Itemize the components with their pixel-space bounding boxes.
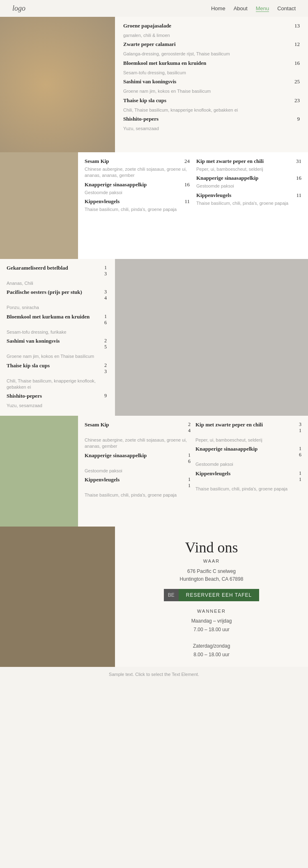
menu-item-name: Pacifische oesters (prijs per stuk) xyxy=(7,289,82,295)
nav-about[interactable]: About xyxy=(234,5,248,11)
section-3: Gekarameliseerd betelblad 1 3 Ananas, Ch… xyxy=(0,259,308,416)
menu-item-price: 1 6 xyxy=(299,446,301,458)
menu-item-name: Thaise kip sla cups xyxy=(7,362,50,369)
menu-item-price: 2 3 xyxy=(104,362,107,375)
find-us-block: Vind ons WAAR 676 Pacific C snelweg Hunt… xyxy=(115,527,308,667)
menu-item-row: Zwarte peper calamari 12 xyxy=(123,41,300,48)
menu-item-row: Gekarameliseerd betelblad 1 3 xyxy=(7,265,107,277)
menu-item-name: Zwarte peper calamari xyxy=(123,41,176,48)
menu-4: Sesam Kip 2 4 Chinese aubergine, zoete c… xyxy=(78,416,308,527)
menu-item-price: 16 xyxy=(296,175,301,181)
menu-item-desc: Thaise basilicum, chili, pinda's, groene… xyxy=(196,200,301,206)
menu-item-row: Kippenvleugels 11 xyxy=(85,198,190,205)
menu-list-section1: Groene papajasalade 13 garnalen, chili &… xyxy=(115,17,308,152)
menu-item-desc: Galanga-dressing, geroosterde rijst, Tha… xyxy=(123,51,300,57)
menu-item-row: Sesam Kip 2 4 xyxy=(85,421,191,434)
menu-item-desc: Chinese aubergine, zoete chili sojasaus,… xyxy=(85,437,191,450)
menu-item-price: 31 xyxy=(296,158,301,165)
menu-item-row: Kip met zwarte peper en chili 31 xyxy=(196,158,301,165)
menu-item-desc: Chili, Thaise basilicum, knapperige knof… xyxy=(7,378,107,391)
menu-item-row: Sashimi van koningsvis 25 xyxy=(123,78,300,85)
hours-weekend-days: Zaterdag/zondag xyxy=(127,642,296,650)
menu-item-desc: Chinese aubergine, zoete chili sojasaus,… xyxy=(85,166,190,179)
menu-2col: Sesam Kip 24 Chinese aubergine, zoete ch… xyxy=(78,152,308,259)
menu-item-price: 12 xyxy=(294,41,300,48)
address-line1: 676 Pacific C snelweg xyxy=(187,568,236,574)
menu-col-left: Sesam Kip 24 Chinese aubergine, zoete ch… xyxy=(85,158,190,255)
address-line2: Huntington Beach, CA 67898 xyxy=(180,576,244,582)
menu-col-right: Kip met zwarte peper en chili 31 Peper, … xyxy=(196,158,301,255)
hours-weekday-days: Maandag – vrijdag xyxy=(127,617,296,625)
hours-weekend-time: 8.00 – 18.00 uur xyxy=(127,650,296,659)
menu-item-row: Groene papajasalade 13 xyxy=(123,23,300,29)
menu-item-price: 1 1 xyxy=(188,476,191,489)
find-us-where-label: WAAR xyxy=(127,559,296,563)
menu-item-name: Gekarameliseerd betelblad xyxy=(7,265,68,271)
menu-item-desc: Ponzu, sniracha xyxy=(7,305,107,311)
menu-item-row: Kippenvleugels 11 xyxy=(196,192,301,199)
section3-menu: Gekarameliseerd betelblad 1 3 Ananas, Ch… xyxy=(0,259,115,416)
reserve-left-button[interactable]: BE xyxy=(164,589,179,601)
menu-item-name: Knapperige sinaasappelkip xyxy=(85,452,147,459)
footer-note: Sample text. Click to select the Text El… xyxy=(0,667,308,682)
menu-item-price: 23 xyxy=(294,97,300,104)
menu-item-row: Thaise kip sla cups 23 xyxy=(123,97,300,104)
menu-item-name: Thaise kip sla cups xyxy=(123,97,166,104)
section4-image xyxy=(0,416,78,527)
nav-menu[interactable]: Menu xyxy=(256,5,269,12)
menu-item-name: Knapperige sinaasappelkip xyxy=(196,175,258,181)
section-find: Vind ons WAAR 676 Pacific C snelweg Hunt… xyxy=(0,527,308,667)
nav-home[interactable]: Home xyxy=(211,5,225,11)
menu-item-desc: Peper, ui, bamboescheut, selderij xyxy=(196,166,301,172)
menu-item-price: 1 3 xyxy=(104,265,107,277)
menu-item-desc: Yuzu, sesamzaad xyxy=(7,403,107,409)
menu-item-desc: Sesam-tofu dressing, furikake xyxy=(7,329,107,335)
menu4-col-left: Sesam Kip 2 4 Chinese aubergine, zoete c… xyxy=(85,421,191,522)
menu-item-row: Shishito-pepers 9 xyxy=(7,393,107,399)
menu-item-name: Knapperige sinaasappelkip xyxy=(195,446,257,452)
menu-item-price: 1 6 xyxy=(104,314,107,326)
menu-item-price: 1 6 xyxy=(188,452,191,465)
menu-item-name: Shishito-pepers xyxy=(7,393,42,399)
navigation: logo Home About Menu Contact xyxy=(0,0,308,17)
menu-item-desc: Yuzu, sesamzaad xyxy=(123,126,300,132)
menu-item-price: 1 1 xyxy=(299,470,301,483)
menu-item-name: Sashimi van koningsvis xyxy=(123,78,176,85)
menu-item-name: Kip met zwarte peper en chili xyxy=(195,421,263,428)
menu-item-desc: Gestoomde paksoi xyxy=(85,468,191,474)
menu4-col-right: Kip met zwarte peper en chili 3 1 Peper,… xyxy=(195,421,301,522)
menu-item-desc: Thaise basilicum, chili, pinda's, groene… xyxy=(85,492,191,498)
menu-item-name: Sashimi van koningsvis xyxy=(7,338,60,344)
menu-item-desc: Peper, ui, bamboescheut, selderij xyxy=(195,437,301,443)
menu-item-row: Bloemkool met kurkuma en kruiden 1 6 xyxy=(7,314,107,326)
menu-item-name: Kippenvleugels xyxy=(85,198,120,205)
menu-item-price: 3 4 xyxy=(104,289,107,301)
menu-item-price: 11 xyxy=(296,192,301,199)
menu-item-desc: garnalen, chili & limoen xyxy=(123,32,300,39)
menu-item-row: Kippenvleugels 1 1 xyxy=(85,476,191,489)
menu-item-name: Groene papajasalade xyxy=(123,23,171,29)
menu-item-row: Bloemkool met kurkuma en kruiden 16 xyxy=(123,60,300,66)
menu-item-row: Kippenvleugels 1 1 xyxy=(195,470,301,483)
menu-item-name: Bloemkool met kurkuma en kruiden xyxy=(7,314,90,320)
find-us-hours: Maandag – vrijdag 7.00 – 18.00 uur Zater… xyxy=(127,617,296,659)
menu-item-name: Kippenvleugels xyxy=(196,192,231,199)
menu-item-price: 9 xyxy=(297,116,300,122)
menu-item-name: Kippenvleugels xyxy=(85,476,120,483)
section-4: Sesam Kip 2 4 Chinese aubergine, zoete c… xyxy=(0,416,308,527)
menu-item-desc: Sesam-tofu dressing, basilicum xyxy=(123,70,300,76)
menu-item-price: 16 xyxy=(184,181,190,188)
menu-item-row: Kip met zwarte peper en chili 3 1 xyxy=(195,421,301,434)
menu-item-desc: Thaise basilicum, chili, pinda's, groene… xyxy=(85,206,190,213)
menu-item-row: Thaise kip sla cups 2 3 xyxy=(7,362,107,375)
menu-item-name: Sesam Kip xyxy=(85,421,109,428)
menu-item-row: Knapperige sinaasappelkip 1 6 xyxy=(195,446,301,458)
reserve-row: BE RESERVEER EEH TAFEL xyxy=(127,589,296,601)
menu-item-desc: Gestoomde paksoi xyxy=(196,183,301,189)
section2-image xyxy=(0,152,78,259)
menu-item-desc: Groene nam jim, kokos en Thaise basilicu… xyxy=(7,353,107,360)
nav-contact[interactable]: Contact xyxy=(277,5,296,11)
reserve-main-button[interactable]: RESERVEER EEH TAFEL xyxy=(179,589,259,601)
menu-item-row: Knapperige sinaasappelkip 16 xyxy=(85,181,190,188)
find-us-address: 676 Pacific C snelweg Huntington Beach, … xyxy=(127,568,296,583)
